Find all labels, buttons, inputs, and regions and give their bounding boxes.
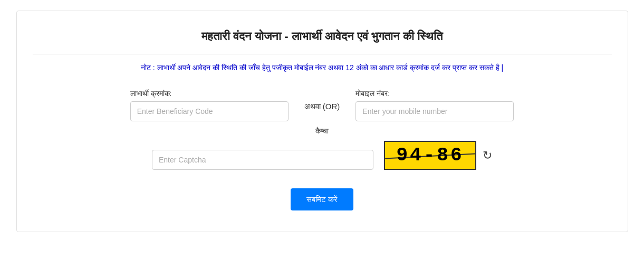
- captcha-row: 94-86 ↻: [152, 141, 492, 170]
- mobile-field-group: मोबाइल नंबर:: [355, 89, 514, 121]
- captcha-section: कैप्चा 94-86 ↻: [33, 127, 612, 183]
- beneficiary-input[interactable]: [130, 101, 289, 121]
- mobile-input[interactable]: [355, 101, 514, 121]
- page-container: महतारी वंदन योजना - लाभार्थी आवेदन एवं भ…: [0, 0, 644, 278]
- or-label: अथवा (OR): [304, 89, 340, 111]
- captcha-input[interactable]: [152, 150, 373, 170]
- captcha-label: कैप्चा: [315, 127, 329, 136]
- page-title: महतारी वंदन योजना - लाभार्थी आवेदन एवं भ…: [33, 22, 612, 51]
- captcha-field-group: [152, 150, 373, 170]
- beneficiary-label: लाभार्थी क्रमांक:: [130, 89, 289, 98]
- captcha-label-row: कैप्चा: [315, 127, 329, 139]
- beneficiary-field-group: लाभार्थी क्रमांक:: [130, 89, 289, 121]
- captcha-text: 94-86: [396, 145, 464, 166]
- captcha-image-container: 94-86 ↻: [384, 141, 492, 170]
- refresh-icon[interactable]: ↻: [483, 149, 492, 162]
- captcha-image: 94-86: [384, 141, 476, 170]
- input-area-row: लाभार्थी क्रमांक: अथवा (OR) मोबाइल नंबर:: [33, 89, 612, 121]
- mobile-label: मोबाइल नंबर:: [355, 89, 514, 98]
- submit-row: सबमिट करें: [33, 188, 612, 210]
- note-text: नोट : लाभार्थी अपने आवेदन की स्थिति की ज…: [33, 62, 612, 73]
- form-section: लाभार्थी क्रमांक: अथवा (OR) मोबाइल नंबर:…: [33, 84, 612, 216]
- main-card: महतारी वंदन योजना - लाभार्थी आवेदन एवं भ…: [16, 11, 628, 232]
- submit-button[interactable]: सबमिट करें: [291, 188, 353, 210]
- divider: [33, 54, 612, 54]
